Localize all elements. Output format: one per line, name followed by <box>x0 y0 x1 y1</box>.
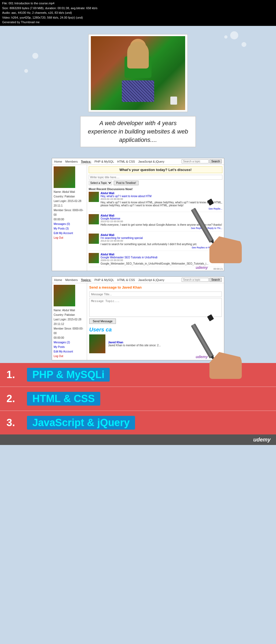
forum-search-lower: Search <box>182 278 222 282</box>
nav-php[interactable]: PHP & MySQL <box>94 160 114 163</box>
forum-screenshot-upper: Home Members Topics: PHP & MySQL HTML & … <box>52 158 224 271</box>
nav-html-lower[interactable]: HTML & CSS <box>117 278 135 282</box>
sidebar-info-lower: Name: Abdul Wali Country: Pakistan Last … <box>54 308 85 358</box>
nav-members[interactable]: Members <box>65 160 78 163</box>
nav-topics-lower[interactable]: Topics: <box>81 278 91 282</box>
sidebar-avatar-lower <box>54 285 75 306</box>
recent-discussions-title: Most Recent Discussions Now! <box>89 187 222 191</box>
photo-frame <box>88 34 188 112</box>
forum-section-lower: Home Members Topics: PHP & MySQL HTML & … <box>0 274 276 363</box>
forum-nav-upper: Home Members Topics: PHP & MySQL HTML & … <box>52 158 224 165</box>
sidebar-avatar-upper <box>54 166 75 188</box>
udemy-logo: udemy <box>253 437 271 443</box>
post-subject[interactable]: I'm searching for something special <box>101 237 222 239</box>
file-info-line4: Video: h264, yuv420p, 1280x720, 568 kb/s… <box>2 15 274 20</box>
nav-php-lower[interactable]: PHP & MySQL <box>94 278 114 282</box>
post-reply[interactable]: See Replie... <box>101 207 222 210</box>
post-avatar <box>89 192 99 202</box>
topic-item-1: 1. PHP & MySQLi <box>0 363 276 387</box>
nav-js[interactable]: JavaScript & jQuery <box>138 160 164 163</box>
nav-js-lower[interactable]: JavaScript & jQuery <box>138 278 164 282</box>
topic-number-3: 3. <box>6 417 23 429</box>
sidebar-lastlogin: Last Login: 2015-02-28 <box>54 199 85 203</box>
post-author: Abdul Wali <box>101 234 222 237</box>
nav-home-lower[interactable]: Home <box>54 278 62 282</box>
nav-members-lower[interactable]: Members <box>65 278 78 282</box>
post-avatar <box>89 253 99 263</box>
msg-form-title: Send a message to Javed Khan <box>89 285 222 289</box>
sidebar-lastlogin2: 20:11:1 <box>54 203 85 208</box>
forum-main-lower: Name: Abdul Wali Country: Pakistan Last … <box>52 283 224 360</box>
file-info-line2: Size: 8063269 bytes (7.69 MiB), duration… <box>2 6 274 11</box>
member-name: Javed Khan <box>108 341 161 344</box>
sidebar-logout-lower[interactable]: Log Out <box>54 354 85 358</box>
post-reply[interactable]: See Replies or Reply to Thi... <box>101 227 222 229</box>
topic-item-2: 2. HTML & CSS <box>0 387 276 411</box>
search-button-upper[interactable]: Search <box>209 159 222 163</box>
post-date: 2015-02-15 00:00:00 <box>101 198 222 200</box>
write-topic-input[interactable] <box>89 175 222 180</box>
msg-forum-content: Send a message to Javed Khan Send Messag… <box>87 283 224 360</box>
send-message-btn[interactable]: Send Message <box>89 318 116 324</box>
topics-section: 1. PHP & MySQLi 2. HTML & CSS 3. JavaScr… <box>0 363 276 434</box>
sidebar-editaccount-lower[interactable]: Edit My Account <box>54 349 85 354</box>
search-input-upper[interactable] <box>182 159 209 163</box>
sidebar-logout[interactable]: Log Out <box>54 235 85 240</box>
sidebar-messages[interactable]: Messages (0) <box>54 222 85 226</box>
nav-html[interactable]: HTML & CSS <box>117 160 135 163</box>
decorative-bubble <box>24 69 28 73</box>
post-subject[interactable]: Hey, what's up? I want to know about HTM <box>101 195 222 198</box>
forum-wrapper-lower: Home Members Topics: PHP & MySQL HTML & … <box>37 276 239 363</box>
udemy-footer: udemy <box>0 434 276 445</box>
decorative-bubble <box>32 53 38 59</box>
msg-title-input[interactable] <box>89 292 222 297</box>
forum-screenshot-lower: Home Members Topics: PHP & MySQL HTML & … <box>52 276 224 360</box>
sidebar-messages-lower[interactable]: Messages (2) <box>54 340 85 345</box>
intro-section: A web developer with 4 years experience … <box>0 26 276 153</box>
search-button-lower[interactable]: Search <box>209 278 222 282</box>
msg-topic-textarea[interactable] <box>89 298 222 317</box>
post-text: Google_Webmaster_SEO_Tutorials_in_Urdu/H… <box>101 262 222 265</box>
post-subject[interactable]: Google Adsense <box>101 217 222 220</box>
decorative-bubble <box>224 35 227 39</box>
post-reply[interactable]: See Replies or Reply to This <box>101 246 222 249</box>
intro-caption: A web developer with 4 years experience … <box>80 116 196 147</box>
sidebar-myposts-lower[interactable]: My Posts <box>54 345 85 349</box>
decorative-bubble <box>242 42 246 47</box>
topic-number-2: 2. <box>6 393 23 405</box>
post-body: Abdul Wali Google Webmaster SEO Tutorial… <box>101 253 222 265</box>
post-timeline-btn[interactable]: Post to Timeline! <box>114 181 139 185</box>
post-subject[interactable]: Google Webmaster SEO Tutorials in Urdu/H… <box>101 256 222 259</box>
topic-label-1: PHP & MySQLi <box>27 368 110 382</box>
topic-select[interactable]: Select a Topic <box>89 181 112 185</box>
nav-home[interactable]: Home <box>54 160 62 163</box>
post-author: Abdul Wali <box>101 253 222 256</box>
post-date: 2014-02-15 00:00:00 <box>101 239 222 242</box>
forum-sidebar-upper: Name: Abdul Wali Country: Pakistan Last … <box>52 165 87 271</box>
sidebar-membersince2: 00:00:00 <box>54 217 85 222</box>
search-input-lower[interactable] <box>182 278 209 282</box>
member-avatar <box>89 334 105 353</box>
post-avatar <box>89 214 99 224</box>
topic-label-3: JavaScript & jQuery <box>27 416 135 430</box>
forum-search-upper: Search <box>182 159 222 163</box>
nav-topics[interactable]: Topics: <box>81 160 91 163</box>
forum-main-upper: Name: Abdul Wali Country: Pakistan Last … <box>52 165 224 271</box>
topic-item-3: 3. JavaScript & jQuery <box>0 411 276 434</box>
post-body: Abdul Wali Hey, what's up? I want to kno… <box>101 192 222 210</box>
forum-sidebar-lower: Name: Abdul Wali Country: Pakistan Last … <box>52 283 87 360</box>
sidebar-editaccount[interactable]: Edit My Account <box>54 231 85 235</box>
file-info-line1: File: 001 Introduction to the course.mp4 <box>2 1 274 6</box>
post-body: Abdul Wali I'm searching for something s… <box>101 234 222 249</box>
sidebar-myposts[interactable]: My Posts (3) <box>54 226 85 231</box>
users-can-text: Users ca <box>89 327 222 333</box>
udemy-badge-upper: udemy <box>196 265 208 270</box>
forum-content-upper: What's your question today? Let's discus… <box>87 165 224 271</box>
sidebar-membersince2-lower: 00:00:00 <box>54 335 85 340</box>
forum-post-item: Abdul Wali Hey, what's up? I want to kno… <box>89 192 222 212</box>
msg-recipient: Javed Khan <box>122 285 142 289</box>
topic-number-1: 1. <box>6 369 23 381</box>
sidebar-info-upper: Name: Abdul Wali Country: Pakistan Last … <box>54 190 85 240</box>
post-author: Abdul Wali <box>101 192 222 195</box>
post-avatar <box>89 234 99 244</box>
